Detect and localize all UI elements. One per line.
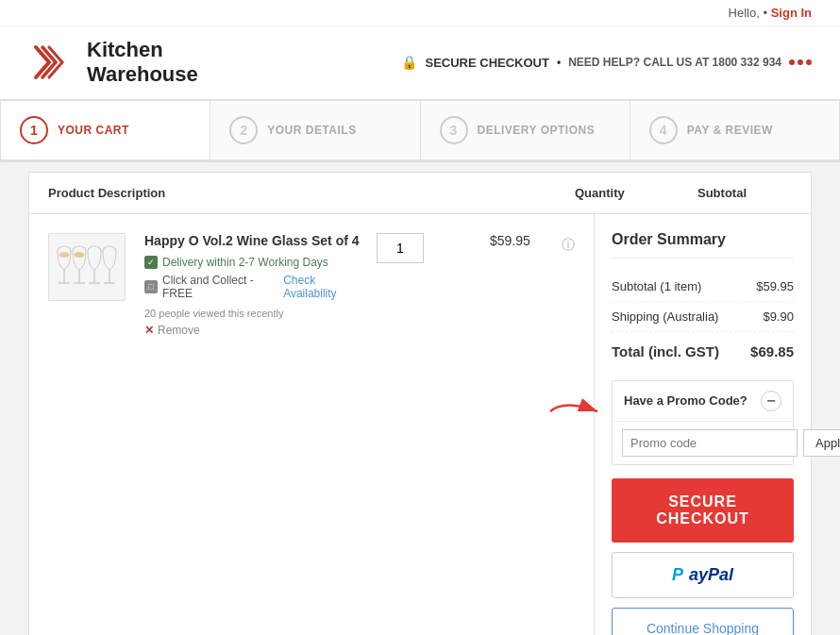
subtotal-row: Subtotal (1 item) $59.95 — [612, 272, 794, 302]
vertical-dots-icon — [789, 59, 812, 65]
total-value: $69.85 — [750, 343, 794, 359]
col-product-header: Product Description — [48, 186, 575, 200]
paypal-p-icon: P — [672, 565, 683, 585]
step-pay-review[interactable]: 4 PAY & REVIEW — [630, 101, 839, 159]
page-wrapper: Product Description Quantity Subtotal — [9, 162, 831, 635]
viewed-label: people viewed this recently — [159, 308, 283, 319]
sign-in-link[interactable]: Sign In — [771, 6, 812, 20]
svg-point-3 — [59, 252, 70, 258]
check-availability-link[interactable]: Check Availability — [283, 274, 365, 300]
quantity-input[interactable] — [377, 233, 424, 263]
col-subtotal-header: Subtotal — [697, 186, 792, 200]
subtotal-col: $59.95 ⓘ — [490, 233, 575, 254]
promo-wrapper: Have a Promo Code? − Apply — [612, 380, 794, 465]
viewed-text: 20 people viewed this recently — [144, 308, 365, 319]
collect-info: □ Click and Collect - FREE Check Availab… — [144, 274, 365, 300]
logo-icon — [28, 38, 77, 87]
product-section: Happy O Vol.2 Wine Glass Set of 4 ✓ Deli… — [29, 214, 594, 635]
stepper-steps: 1 YOUR CART 2 YOUR DETAILS 3 DELIVERY OP… — [1, 101, 839, 161]
secure-checkout-button[interactable]: SECURE CHECKOUT — [612, 478, 794, 543]
product-row: Happy O Vol.2 Wine Glass Set of 4 ✓ Deli… — [48, 233, 575, 337]
hello-text: Hello, — [729, 6, 760, 20]
paypal-button[interactable]: PayPal — [612, 552, 794, 598]
promo-input-row: Apply — [613, 421, 793, 464]
header-right: 🔒 SECURE CHECKOUT • NEED HELP? CALL US A… — [401, 55, 812, 70]
promo-collapse-icon[interactable]: − — [761, 391, 781, 411]
step-1-label: YOUR CART — [58, 124, 129, 137]
step-4-circle: 4 — [649, 116, 678, 144]
lock-icon: 🔒 — [401, 55, 417, 70]
wine-glasses-image — [52, 238, 122, 296]
step-your-cart[interactable]: 1 YOUR CART — [1, 101, 210, 159]
subtotal-label: Subtotal (1 item) — [612, 279, 701, 293]
delivery-text: Delivery within 2-7 Working Days — [162, 256, 328, 269]
collect-text: Click and Collect - FREE — [162, 274, 278, 300]
step-2-label: YOUR DETAILS — [267, 124, 356, 137]
order-summary-title: Order Summary — [612, 231, 794, 259]
info-icon[interactable]: ⓘ — [562, 237, 575, 254]
shipping-row: Shipping (Australia) $9.90 — [612, 302, 794, 332]
top-bar: Hello, • Sign In — [0, 0, 840, 26]
header-secure-bar: 🔒 SECURE CHECKOUT • NEED HELP? CALL US A… — [401, 55, 812, 70]
shipping-value: $9.90 — [763, 309, 794, 324]
remove-x-icon: ✕ — [144, 324, 154, 337]
step-3-label: DELIVERY OPTIONS — [478, 124, 596, 137]
cart-container: Product Description Quantity Subtotal — [28, 172, 812, 635]
remove-link[interactable]: ✕ Remove — [144, 324, 365, 337]
subtotal-value: $59.95 — [756, 279, 794, 293]
step-4-label: PAY & REVIEW — [687, 124, 773, 137]
top-separator: • — [763, 6, 770, 20]
help-text: NEED HELP? CALL US AT 1800 332 934 — [568, 56, 781, 69]
product-image — [48, 233, 126, 301]
total-label: Total (incl. GST) — [612, 343, 719, 359]
continue-shopping-button[interactable]: Continue Shopping — [612, 608, 794, 635]
site-header: Kitchen Warehouse 🔒 SECURE CHECKOUT • NE… — [0, 26, 840, 100]
cart-column-headers: Product Description Quantity Subtotal — [29, 173, 811, 214]
promo-code-input[interactable] — [622, 429, 798, 457]
step-3-circle: 3 — [440, 116, 468, 144]
logo-text: Kitchen Warehouse — [87, 38, 198, 88]
checkout-stepper: 1 YOUR CART 2 YOUR DETAILS 3 DELIVERY OP… — [0, 100, 840, 162]
promo-apply-button[interactable]: Apply — [803, 429, 840, 457]
product-details: Happy O Vol.2 Wine Glass Set of 4 ✓ Deli… — [133, 233, 377, 337]
promo-section: Have a Promo Code? − Apply — [612, 380, 794, 465]
remove-label: Remove — [158, 324, 200, 337]
promo-arrow-icon — [546, 397, 607, 426]
step-your-details[interactable]: 2 YOUR DETAILS — [210, 101, 420, 159]
check-icon: ✓ — [144, 256, 158, 269]
quantity-col — [377, 233, 490, 263]
step-delivery-options[interactable]: 3 DELIVERY OPTIONS — [421, 101, 630, 159]
product-name: Happy O Vol.2 Wine Glass Set of 4 — [144, 233, 365, 248]
delivery-badge: ✓ Delivery within 2-7 Working Days — [144, 256, 365, 269]
step-1-circle: 1 — [20, 116, 48, 144]
product-subtotal-value: $59.95 — [490, 233, 530, 248]
secure-text: SECURE CHECKOUT — [425, 56, 548, 70]
paypal-text: ayPal — [689, 565, 733, 585]
order-summary-panel: Order Summary Subtotal (1 item) $59.95 S… — [594, 214, 811, 635]
step-2-circle: 2 — [229, 116, 258, 144]
col-quantity-header: Quantity — [575, 186, 697, 200]
promo-header[interactable]: Have a Promo Code? − — [613, 381, 793, 421]
total-row: Total (incl. GST) $69.85 — [612, 336, 794, 367]
promo-header-text: Have a Promo Code? — [624, 393, 748, 408]
logo-area[interactable]: Kitchen Warehouse — [28, 38, 198, 88]
shipping-label: Shipping (Australia) — [612, 309, 718, 324]
viewed-count: 20 — [144, 308, 156, 319]
cart-body-row: Happy O Vol.2 Wine Glass Set of 4 ✓ Deli… — [29, 214, 811, 635]
collect-icon: □ — [144, 280, 158, 293]
product-image-wrap — [48, 233, 133, 301]
svg-point-7 — [75, 252, 85, 258]
